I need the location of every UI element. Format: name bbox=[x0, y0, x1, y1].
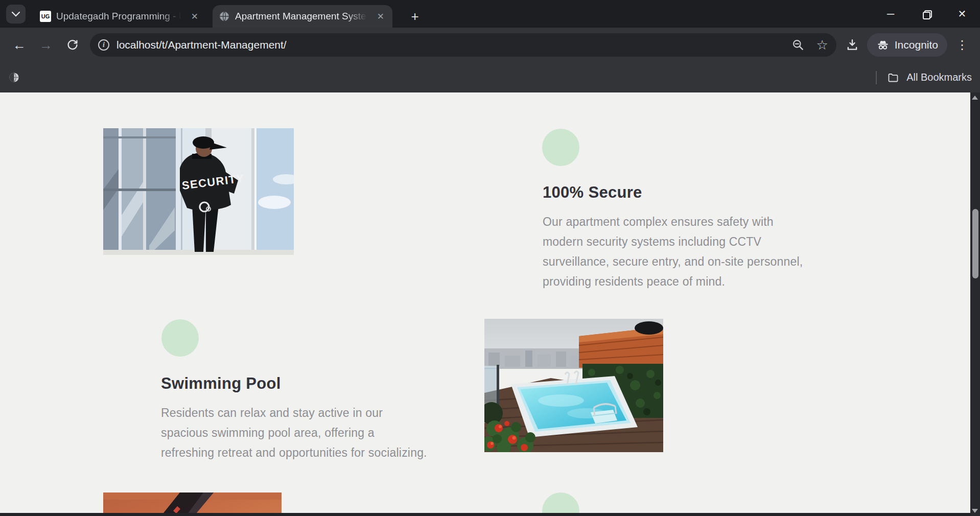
url-text[interactable]: localhost/t/Apartment-Management/ bbox=[116, 39, 287, 51]
tab-strip: UG Updategadh Programming - Up ✕ Apartme… bbox=[0, 0, 980, 28]
forward-button[interactable]: → bbox=[33, 32, 59, 58]
ug-favicon-icon: UG bbox=[40, 11, 51, 22]
all-bookmarks-button[interactable]: All Bookmarks bbox=[906, 72, 972, 83]
tab-title: Apartment Management System bbox=[235, 11, 370, 22]
tab-search-button[interactable] bbox=[6, 5, 26, 24]
scrollbar-thumb[interactable] bbox=[972, 209, 978, 278]
scrollbar-up-arrow[interactable] bbox=[972, 96, 978, 100]
browser-window: UG Updategadh Programming - Up ✕ Apartme… bbox=[0, 0, 980, 516]
tab-apartment-management[interactable]: Apartment Management System ✕ bbox=[213, 5, 392, 28]
accent-circle bbox=[161, 319, 199, 357]
tab-close-icon[interactable]: ✕ bbox=[375, 10, 386, 23]
feature-title-secure: 100% Secure bbox=[543, 183, 642, 202]
incognito-icon bbox=[876, 38, 890, 52]
reload-button[interactable] bbox=[59, 32, 86, 58]
feature-title-pool: Swimming Pool bbox=[161, 374, 281, 393]
scrollbar-down-arrow[interactable] bbox=[972, 509, 978, 513]
zoom-out-icon[interactable] bbox=[791, 38, 805, 52]
tab-updategadh[interactable]: UG Updategadh Programming - Up ✕ bbox=[34, 5, 206, 28]
page-scrollbar[interactable] bbox=[970, 92, 980, 516]
chevron-down-icon bbox=[12, 12, 20, 17]
bookmarks-separator bbox=[876, 71, 877, 84]
minimize-button[interactable]: ─ bbox=[873, 0, 908, 28]
window-controls: ─ ✕ bbox=[873, 0, 980, 28]
new-tab-button[interactable]: + bbox=[406, 7, 424, 26]
back-button[interactable]: ← bbox=[6, 32, 33, 58]
bookmark-globe-icon[interactable] bbox=[8, 72, 20, 83]
feature-description-pool: Residents can relax and stay active in o… bbox=[161, 403, 428, 463]
close-window-button[interactable]: ✕ bbox=[944, 0, 980, 28]
accent-circle bbox=[542, 129, 579, 166]
address-bar[interactable]: i localhost/t/Apartment-Management/ ☆ bbox=[90, 33, 836, 57]
security-guard-image: SECURITY bbox=[103, 128, 294, 255]
downloads-button[interactable] bbox=[841, 33, 864, 57]
tab-close-icon[interactable]: ✕ bbox=[189, 10, 200, 23]
kebab-menu-icon: ⋮ bbox=[956, 38, 968, 52]
page-content: SECURITY 100% Secure Our apartment compl… bbox=[0, 92, 970, 516]
reload-icon bbox=[66, 39, 79, 51]
browser-toolbar: ← → i localhost/t/Apartment-Management/ … bbox=[0, 28, 980, 62]
restore-button[interactable] bbox=[908, 0, 944, 28]
feature-description-secure: Our apartment complex ensures safety wit… bbox=[543, 212, 806, 292]
incognito-badge[interactable]: Incognito bbox=[867, 33, 947, 57]
globe-icon bbox=[219, 11, 230, 22]
page-footer-edge bbox=[0, 513, 970, 516]
incognito-label: Incognito bbox=[895, 39, 938, 51]
restore-icon bbox=[923, 10, 930, 18]
folder-icon bbox=[887, 72, 899, 84]
swimming-pool-image bbox=[484, 319, 663, 452]
browser-menu-button[interactable]: ⋮ bbox=[950, 33, 974, 57]
download-icon bbox=[846, 38, 859, 52]
tab-title: Updategadh Programming - Up bbox=[56, 11, 184, 22]
bookmark-star-icon[interactable]: ☆ bbox=[816, 37, 828, 53]
bookmarks-bar: All Bookmarks bbox=[0, 62, 980, 92]
site-info-icon[interactable]: i bbox=[98, 39, 109, 51]
